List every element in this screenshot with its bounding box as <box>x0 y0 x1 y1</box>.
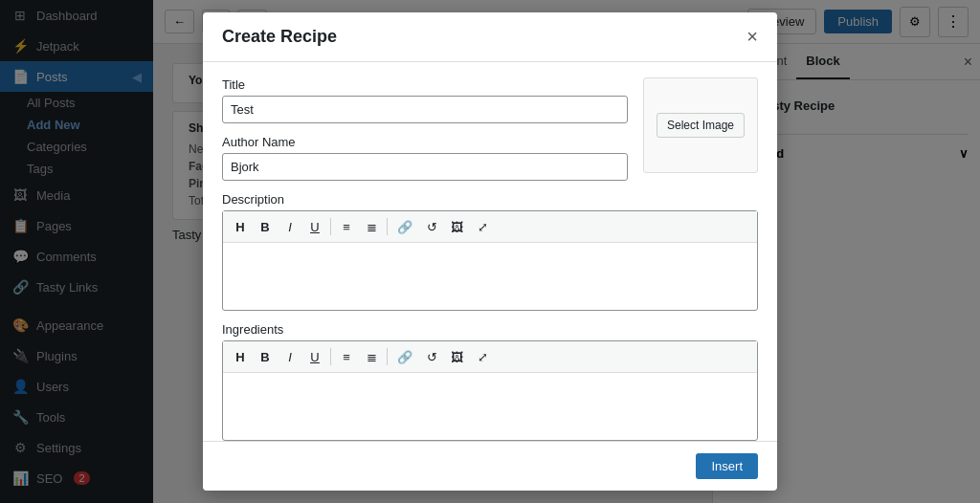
ingredients-editor: H B I U ≡ ≣ 🔗 ↺ 🖼 ⤢ <box>222 340 758 441</box>
ing-image-btn[interactable]: 🖼 <box>445 345 469 368</box>
description-editor: H B I U ≡ ≣ 🔗 ↺ 🖼 ⤢ <box>222 210 758 311</box>
rte-link-btn[interactable]: 🔗 <box>391 215 418 238</box>
ing-underline-btn[interactable]: U <box>303 345 326 368</box>
select-image-button[interactable]: Select Image <box>657 113 745 138</box>
ingredients-toolbar: H B I U ≡ ≣ 🔗 ↺ 🖼 ⤢ <box>223 341 757 373</box>
ing-ol-btn[interactable]: ≣ <box>360 345 383 368</box>
rte-ul-btn[interactable]: ≡ <box>335 215 358 238</box>
rte-italic-btn[interactable]: I <box>278 215 301 238</box>
rte-divider1 <box>330 218 331 235</box>
modal-overlay[interactable]: Create Recipe × Title Author Name <box>0 0 980 503</box>
title-input[interactable] <box>222 96 628 123</box>
rte-divider2 <box>387 218 388 235</box>
rte-heading-btn[interactable]: H <box>229 215 252 238</box>
ing-ul-btn[interactable]: ≡ <box>335 345 358 368</box>
ing-divider2 <box>387 348 388 365</box>
rte-underline-btn[interactable]: U <box>303 215 326 238</box>
title-label: Title <box>222 77 628 92</box>
rte-expand-btn[interactable]: ⤢ <box>471 215 494 238</box>
description-content[interactable] <box>223 243 757 310</box>
modal-body: Title Author Name Select Image Descrip <box>203 62 777 441</box>
description-label: Description <box>222 192 758 207</box>
description-field-row: Description H B I U ≡ ≣ 🔗 ↺ 🖼 ⤢ <box>222 192 758 311</box>
ing-italic-btn[interactable]: I <box>278 345 301 368</box>
author-label: Author Name <box>222 135 628 149</box>
title-field-row: Title <box>222 77 628 123</box>
description-toolbar: H B I U ≡ ≣ 🔗 ↺ 🖼 ⤢ <box>223 211 757 243</box>
create-recipe-modal: Create Recipe × Title Author Name <box>203 12 777 491</box>
ing-expand-btn[interactable]: ⤢ <box>471 345 494 368</box>
rte-bold-btn[interactable]: B <box>254 215 277 238</box>
ing-link-btn[interactable]: 🔗 <box>391 345 418 368</box>
modal-close-button[interactable]: × <box>746 26 758 48</box>
rte-image-btn[interactable]: 🖼 <box>445 215 469 238</box>
ingredients-label: Ingredients <box>222 322 758 337</box>
author-input[interactable] <box>222 153 628 181</box>
ing-divider1 <box>330 348 331 365</box>
rte-ol-btn[interactable]: ≣ <box>360 215 383 238</box>
ing-refresh-btn[interactable]: ↺ <box>420 345 443 368</box>
form-left: Title Author Name <box>222 77 628 192</box>
modal-footer: Insert <box>203 441 777 491</box>
modal-title: Create Recipe <box>222 27 337 47</box>
ing-heading-btn[interactable]: H <box>229 345 252 368</box>
ingredients-content[interactable] <box>223 373 757 440</box>
author-field-row: Author Name <box>222 135 628 181</box>
image-preview-box: Select Image <box>643 77 758 173</box>
ing-bold-btn[interactable]: B <box>254 345 277 368</box>
form-right: Select Image <box>643 77 758 192</box>
insert-button[interactable]: Insert <box>696 453 758 479</box>
rte-refresh-btn[interactable]: ↺ <box>420 215 443 238</box>
form-top-layout: Title Author Name Select Image <box>222 77 758 192</box>
ingredients-field-row: Ingredients H B I U ≡ ≣ 🔗 ↺ 🖼 ⤢ <box>222 322 758 441</box>
modal-header: Create Recipe × <box>203 12 777 62</box>
